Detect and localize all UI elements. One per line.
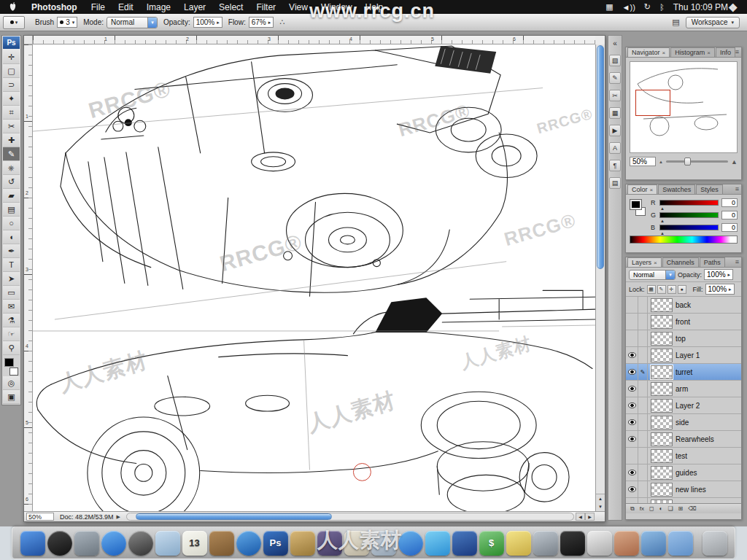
layer-thumbnail[interactable] — [651, 365, 673, 379]
layer-visibility-toggle[interactable] — [626, 330, 638, 346]
layer-visibility-toggle[interactable] — [626, 448, 638, 464]
background-color-swatch[interactable] — [9, 368, 18, 376]
layer-name[interactable]: new lines — [676, 486, 741, 494]
paragraph-panel-icon[interactable]: ¶ — [609, 160, 621, 171]
layer-thumbnail[interactable] — [651, 332, 673, 346]
menu-select[interactable]: Select — [212, 2, 249, 12]
tool-presets-panel-icon[interactable]: ▧ — [609, 55, 621, 66]
layer-thumbnail[interactable] — [651, 483, 673, 497]
layer-row-layer-2[interactable]: Layer 2 — [626, 397, 741, 414]
menu-image[interactable]: Image — [140, 2, 177, 12]
dock-dashboard[interactable] — [47, 531, 72, 556]
foreground-color-swatch[interactable] — [4, 358, 14, 367]
brush-size-field[interactable]: 3 ▾ — [57, 17, 77, 28]
tool-preset-picker[interactable]: ▾ — [3, 16, 25, 29]
dock-system-preferences[interactable] — [74, 531, 99, 556]
zoom-out-mountain-icon[interactable]: ▲ — [659, 160, 663, 164]
mode-select[interactable]: Normal ▾ — [107, 17, 158, 28]
close-tab-icon[interactable]: × — [662, 50, 666, 56]
panel-menu-icon[interactable]: ≡ — [735, 48, 739, 55]
layer-thumbnail[interactable] — [651, 449, 673, 463]
layer-visibility-toggle[interactable] — [626, 397, 638, 413]
tab-channels[interactable]: Channels — [662, 257, 699, 267]
panel-menu-icon[interactable]: ≡ — [735, 258, 739, 265]
shape-tool[interactable]: ▭ — [3, 286, 20, 300]
layer-thumbnail[interactable] — [651, 466, 673, 480]
navigator-zoom-slider[interactable] — [666, 160, 728, 163]
opacity-field[interactable]: 100% ▸ — [193, 17, 222, 28]
layer-row-new-lines[interactable]: new lines — [626, 481, 741, 498]
layer-thumbnail[interactable] — [651, 315, 673, 329]
adjustment-layer-icon[interactable]: ◐ — [659, 505, 663, 512]
photoshop-badge[interactable]: Ps — [3, 36, 20, 49]
keyboard-layout-icon[interactable]: ▦ — [605, 2, 613, 12]
layer-row-arm[interactable]: arm — [626, 381, 741, 397]
dock-word[interactable] — [452, 531, 477, 556]
vertical-scroll-thumb[interactable] — [597, 45, 604, 269]
layer-visibility-toggle[interactable] — [626, 314, 638, 330]
magic-wand-tool[interactable]: ✦ — [3, 92, 20, 106]
dock-textedit[interactable] — [587, 531, 612, 556]
lock-pixels-icon[interactable]: ✎ — [657, 285, 666, 294]
layer-visibility-toggle[interactable] — [626, 414, 638, 430]
close-tab-icon[interactable]: × — [707, 50, 711, 56]
new-layer-icon[interactable]: ⊞ — [678, 505, 684, 512]
color-spectrum-ramp[interactable] — [630, 236, 738, 244]
layer-visibility-toggle[interactable] — [626, 347, 638, 363]
layer-thumbnail[interactable] — [651, 298, 673, 312]
notes-panel-icon[interactable]: ▤ — [609, 177, 621, 189]
layer-fill-field[interactable]: 100% ▸ — [705, 284, 735, 295]
zoom-in-mountain-icon[interactable]: ▲ — [731, 158, 738, 166]
clone-source-panel-icon[interactable]: ✂ — [609, 90, 621, 101]
dock-ichat[interactable] — [425, 531, 450, 556]
tab-paths[interactable]: Paths — [700, 257, 725, 267]
layer-name[interactable]: Layer 2 — [676, 402, 741, 410]
dock-finder[interactable] — [20, 531, 45, 556]
quick-mask-button[interactable]: ◎ — [3, 376, 20, 390]
layer-name[interactable]: back — [676, 301, 741, 309]
character-panel-icon[interactable]: A — [609, 142, 621, 154]
app-menu-photoshop[interactable]: Photoshop — [24, 2, 85, 12]
layer-name[interactable]: turret — [676, 368, 741, 376]
layer-row-front[interactable]: front — [626, 314, 741, 330]
layer-row-layer-1[interactable]: Layer 1 — [626, 347, 741, 364]
layer-thumbnail[interactable] — [651, 416, 673, 429]
blend-mode-select[interactable]: Normal ▾ — [629, 270, 676, 280]
history-brush-tool[interactable]: ↺ — [3, 175, 20, 189]
layer-row-back[interactable]: back — [626, 297, 741, 314]
status-menu-button[interactable]: ▶ — [117, 514, 120, 520]
navigator-view-rect[interactable] — [635, 90, 670, 116]
dock-preview[interactable] — [371, 531, 396, 556]
layer-row-turret[interactable]: ✎turret — [626, 364, 741, 381]
dock-iphoto[interactable] — [344, 531, 369, 556]
channel-value-field[interactable]: 0 — [721, 223, 738, 232]
apple-menu[interactable] — [0, 2, 24, 12]
dock-terminal[interactable] — [560, 531, 585, 556]
layer-row-guides[interactable]: guides — [626, 464, 741, 481]
layer-visibility-toggle[interactable] — [626, 464, 638, 481]
crop-tool[interactable]: ⌗ — [3, 106, 20, 120]
workspace-button[interactable]: Workspace ▾ — [686, 17, 740, 28]
layer-thumbnail[interactable] — [651, 432, 673, 446]
layer-thumbnail[interactable] — [651, 499, 673, 504]
layer-name[interactable]: front — [676, 318, 741, 326]
channel-slider[interactable]: ▲ — [659, 212, 719, 218]
histogram-panel-icon[interactable]: ▦ — [609, 107, 621, 119]
blur-tool[interactable]: ○ — [3, 217, 20, 230]
dock-pyramid-app[interactable] — [290, 531, 315, 556]
layer-row-test[interactable]: test — [626, 448, 741, 464]
zoom-field[interactable]: 50% — [26, 513, 54, 521]
tab-color[interactable]: Color× — [627, 184, 657, 194]
layer-name[interactable]: arm — [676, 385, 741, 393]
layer-thumbnail[interactable] — [651, 349, 673, 362]
tab-navigator[interactable]: Navigator× — [627, 47, 670, 57]
layer-name[interactable]: Layer 1 — [676, 351, 741, 359]
pen-tool[interactable]: ✒ — [3, 244, 20, 258]
channel-slider[interactable]: ▲ — [659, 225, 719, 230]
dock-dvd-player[interactable] — [128, 531, 153, 556]
menu-help[interactable]: Help — [359, 2, 390, 12]
tab-info[interactable]: Info — [716, 47, 735, 57]
dock-quicktime[interactable] — [236, 531, 261, 556]
canvas[interactable] — [33, 44, 595, 511]
brushes-panel-icon[interactable]: ✎ — [609, 72, 621, 84]
